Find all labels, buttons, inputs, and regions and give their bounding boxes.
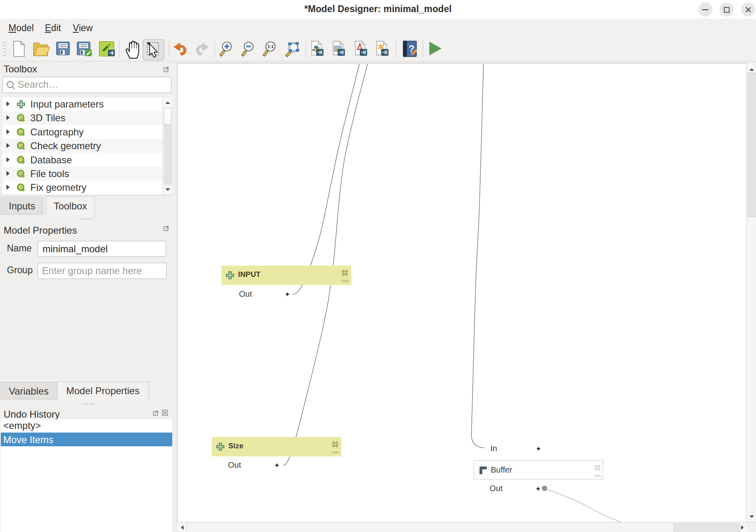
svg-text:1:1: 1:1	[267, 44, 273, 49]
